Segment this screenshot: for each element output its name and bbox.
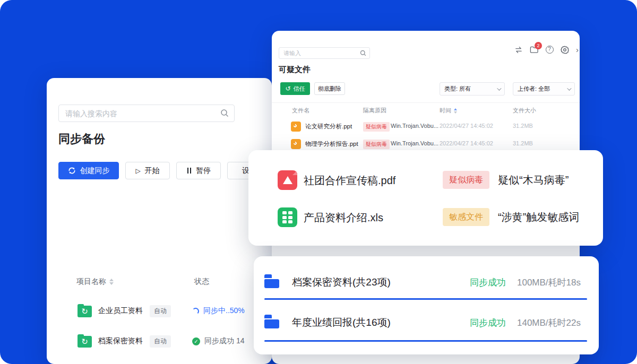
sync-backup-panel: 同步备份 创建同步 ▷ 开始 暂停 设置 项目名称 状 bbox=[47, 78, 272, 364]
column-header-project-name[interactable]: 项目名称 bbox=[76, 277, 114, 287]
sync-result-card: 档案保密资料(共23项) 同步成功 100MB/耗时18s 年度业绩回报(共16… bbox=[254, 256, 599, 354]
pause-icon bbox=[186, 167, 192, 175]
column-header-reason: 隔离原因 bbox=[363, 107, 386, 115]
virus-badge: 疑似病毒 bbox=[363, 122, 390, 132]
status-text: 同步成功 14 bbox=[204, 336, 244, 346]
column-header-filename: 文件名 bbox=[292, 107, 309, 115]
sync-detail: 140MB/耗时22s bbox=[517, 317, 581, 329]
file-size: 31.2MB bbox=[513, 123, 533, 129]
gear-icon[interactable] bbox=[561, 46, 569, 54]
type-filter-select[interactable]: 类型: 所有 bbox=[440, 82, 505, 96]
folder-notification-icon[interactable]: 2 bbox=[530, 46, 538, 54]
column-header-size: 文件大小 bbox=[513, 107, 536, 115]
project-name: 档案保密资料 bbox=[98, 336, 143, 346]
delete-button[interactable]: 彻底删除 bbox=[314, 82, 345, 95]
file-size: 31.2MB bbox=[513, 140, 533, 146]
search-input[interactable] bbox=[65, 105, 214, 122]
table-header: 文件名 隔离原因 时间 文件大小 bbox=[272, 107, 580, 114]
search-box bbox=[279, 47, 370, 59]
create-sync-button[interactable]: 创建同步 bbox=[58, 162, 119, 179]
notification-badge: 2 bbox=[535, 42, 542, 49]
reason-text: 疑似“木马病毒” bbox=[498, 173, 569, 187]
pause-label: 暂停 bbox=[196, 166, 211, 176]
transfer-icon[interactable] bbox=[514, 46, 523, 54]
toolbar: 创建同步 ▷ 开始 暂停 设置 bbox=[58, 162, 272, 179]
detail-row[interactable]: 产品资料介绍.xls 敏感文件 “涉黄”触发敏感词 bbox=[248, 207, 603, 228]
trust-icon: ↺ bbox=[285, 85, 290, 92]
sync-status: 同步成功 bbox=[470, 317, 506, 329]
file-name: 论文研究分析.ppt bbox=[305, 123, 352, 131]
search-icon[interactable] bbox=[220, 109, 229, 117]
start-label: 开始 bbox=[145, 166, 160, 176]
detail-row[interactable]: 社团合作宣传稿.pdf 疑似病毒 疑似“木马病毒” bbox=[248, 170, 603, 190]
page-title: 同步备份 bbox=[58, 131, 105, 147]
ppt-file-icon bbox=[291, 122, 301, 132]
quarantine-reason: Win.Trojan.Vobu... bbox=[391, 140, 438, 146]
quarantine-reason: Win.Trojan.Vobu... bbox=[391, 123, 438, 129]
delete-label: 彻底删除 bbox=[318, 85, 341, 93]
pause-button[interactable]: 暂停 bbox=[176, 162, 221, 179]
start-button[interactable]: ▷ 开始 bbox=[125, 162, 170, 179]
sensitive-badge: 敏感文件 bbox=[443, 208, 489, 226]
reason-text: “涉黄”触发敏感词 bbox=[498, 210, 579, 224]
project-name: 企业员工资料 bbox=[98, 306, 143, 316]
sort-icon[interactable] bbox=[109, 279, 114, 285]
table-row[interactable]: 物理学分析报告.ppt 疑似病毒 Win.Trojan.Vobu... 2022… bbox=[272, 138, 580, 150]
uploader-filter-select[interactable]: 上传者: 全部 bbox=[513, 82, 575, 96]
status-text: 同步中..50% bbox=[203, 306, 245, 316]
file-time: 2022/04/27 14:45:02 bbox=[440, 123, 493, 129]
sync-detail: 100MB/耗时18s bbox=[517, 276, 581, 289]
pdf-file-icon bbox=[278, 170, 297, 190]
sync-status: 同步成功 bbox=[470, 276, 506, 289]
search-icon[interactable] bbox=[360, 50, 366, 56]
create-sync-label: 创建同步 bbox=[80, 166, 110, 176]
file-name: 社团合作宣传稿.pdf bbox=[304, 174, 395, 188]
play-icon: ▷ bbox=[135, 167, 140, 175]
file-detail-card: 社团合作宣传稿.pdf 疑似病毒 疑似“木马病毒” 产品资料介绍.xls 敏感文… bbox=[248, 150, 603, 246]
help-icon[interactable]: ? bbox=[545, 46, 554, 54]
progress-bar bbox=[264, 298, 587, 300]
table-row[interactable]: ↻ 企业员工资料 自动 同步中..50% bbox=[47, 304, 272, 319]
folder-icon bbox=[264, 315, 279, 328]
check-icon: ✓ bbox=[192, 337, 200, 345]
folder-icon bbox=[264, 274, 279, 288]
sync-row[interactable]: 档案保密资料(共23项) 同步成功 100MB/耗时18s bbox=[254, 274, 599, 290]
progress-bar bbox=[264, 340, 587, 342]
spinner-icon bbox=[192, 308, 199, 315]
column-header-time[interactable]: 时间 bbox=[440, 107, 457, 115]
trust-button[interactable]: ↺ 信任 bbox=[280, 82, 310, 95]
file-name: 产品资料介绍.xls bbox=[304, 211, 383, 225]
table-row[interactable]: 论文研究分析.ppt 疑似病毒 Win.Trojan.Vobu... 2022/… bbox=[272, 121, 580, 133]
folder-name: 档案保密资料(共23项) bbox=[292, 275, 391, 289]
top-icon-row: 2 ? › bbox=[514, 45, 579, 54]
virus-badge: 疑似病毒 bbox=[443, 171, 489, 189]
chevron-right-icon[interactable]: › bbox=[576, 45, 579, 54]
column-header-status: 状态 bbox=[194, 277, 209, 287]
sort-icon[interactable] bbox=[454, 108, 457, 114]
sync-folder-icon: ↻ bbox=[78, 334, 92, 348]
divider bbox=[272, 102, 580, 103]
chevron-down-icon bbox=[497, 86, 501, 90]
file-name: 物理学分析报告.ppt bbox=[305, 140, 358, 148]
auto-tag: 自动 bbox=[150, 335, 171, 348]
sync-row[interactable]: 年度业绩回报(共16项) 同步成功 140MB/耗时22s bbox=[254, 315, 599, 331]
search-box bbox=[58, 105, 235, 122]
sync-icon bbox=[68, 167, 76, 175]
trust-label: 信任 bbox=[294, 85, 305, 93]
chevron-down-icon bbox=[567, 86, 571, 90]
search-input[interactable] bbox=[283, 48, 358, 58]
uploader-filter-value: 上传者: 全部 bbox=[518, 85, 550, 93]
table-row[interactable]: ↻ 档案保密资料 自动 ✓同步成功 14 bbox=[47, 334, 272, 350]
auto-tag: 自动 bbox=[150, 305, 171, 317]
virus-badge: 疑似病毒 bbox=[363, 140, 390, 149]
app-background: 同步备份 创建同步 ▷ 开始 暂停 设置 项目名称 状 bbox=[0, 0, 637, 364]
folder-name: 年度业绩回报(共16项) bbox=[292, 316, 391, 330]
panel-title: 可疑文件 bbox=[279, 65, 311, 75]
sync-folder-icon: ↻ bbox=[78, 304, 92, 317]
type-filter-value: 类型: 所有 bbox=[444, 85, 471, 93]
ppt-file-icon bbox=[291, 139, 301, 149]
file-time: 2022/04/27 14:45:02 bbox=[440, 140, 493, 146]
xls-file-icon bbox=[278, 207, 297, 227]
